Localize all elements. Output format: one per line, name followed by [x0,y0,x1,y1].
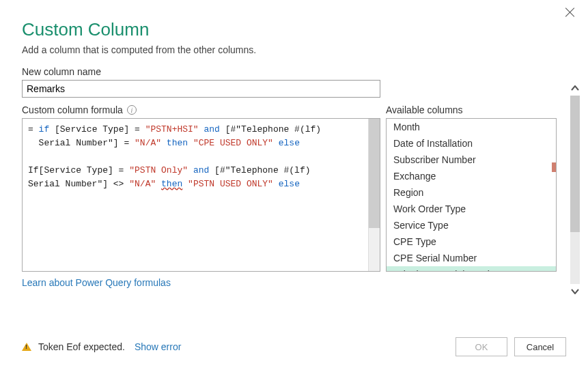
column-item[interactable]: Subscriber Number [387,152,556,168]
column-item[interactable]: Region [387,184,556,201]
column-item[interactable]: Telephone Serial Number [387,266,556,272]
scroll-thumb[interactable] [570,96,580,232]
dialog-scrollbar[interactable] [568,81,583,299]
learn-link[interactable]: Learn about Power Query formulas [22,277,171,288]
dialog-subtitle: Add a column that is computed from the o… [22,44,566,55]
formula-editor[interactable]: = if [Service Type] = "PSTN+HSI" and [#"… [22,118,380,272]
column-item[interactable]: Service Type [387,217,556,233]
column-item[interactable]: CPE Serial Number [387,250,556,266]
column-item[interactable]: Month [387,119,556,135]
close-button[interactable] [565,7,576,18]
dialog-title: Custom Column [22,19,566,40]
error-marker [552,162,556,172]
column-item[interactable]: Exchange [387,168,556,184]
scroll-up-arrow[interactable] [568,81,583,96]
custom-column-dialog: Custom Column Add a column that is compu… [0,0,588,302]
formula-content[interactable]: = if [Service Type] = "PSTN+HSI" and [#"… [23,119,368,271]
formula-scrollbar-thumb[interactable] [369,119,380,228]
column-item[interactable]: Date of Installation [387,135,556,152]
column-item[interactable]: Work Order Type [387,201,556,217]
scroll-down-arrow[interactable] [568,284,583,299]
dialog-footer: Token Eof expected. Show error OK Cancel [22,337,566,356]
new-column-name-input[interactable] [22,80,380,98]
formula-label: Custom column formula [22,104,123,115]
formula-scrollbar[interactable] [368,119,380,271]
available-columns-label: Available columns [386,104,557,115]
column-item[interactable]: CPE Type [387,233,556,250]
info-icon[interactable]: i [127,105,137,115]
available-columns-list[interactable]: MonthDate of InstallationSubscriber Numb… [386,118,557,272]
cancel-button[interactable]: Cancel [514,337,566,356]
show-error-link[interactable]: Show error [135,341,181,352]
new-column-name-label: New column name [22,66,566,77]
error-message: Token Eof expected. [38,341,125,352]
warning-icon [22,343,31,351]
ok-button[interactable]: OK [456,337,507,356]
scroll-track[interactable] [570,96,580,284]
